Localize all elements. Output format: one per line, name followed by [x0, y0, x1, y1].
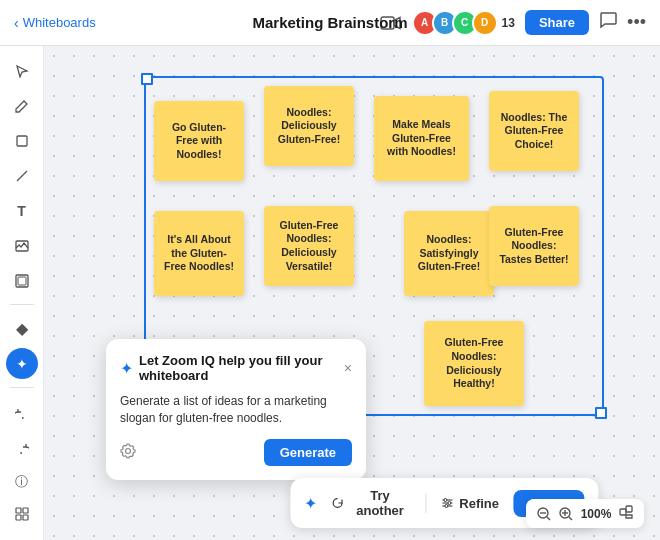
line-tool[interactable] — [6, 161, 38, 192]
ai-panel-body: Generate a list of ideas for a marketing… — [120, 393, 352, 427]
pen-tool[interactable] — [6, 91, 38, 122]
ai-star-icon: ✦ — [120, 359, 133, 378]
back-button[interactable]: ‹ Whiteboards — [14, 15, 96, 31]
sticky-note[interactable]: Go Gluten-Free with Noodles! — [154, 101, 244, 181]
sticky-note[interactable]: It's All About the Gluten-Free Noodles! — [154, 211, 244, 296]
sticky-note[interactable]: Noodles: Satisfyingly Gluten-Free! — [404, 211, 494, 296]
ai-panel-title: Let Zoom IQ help you fill your whiteboar… — [139, 353, 338, 383]
zoom-reset-icon[interactable] — [618, 504, 634, 523]
zoom-level: 100% — [580, 507, 612, 521]
frame-tool[interactable] — [6, 266, 38, 297]
zoom-controls: 100% — [526, 499, 644, 528]
back-label: Whiteboards — [23, 15, 96, 30]
toolbar-divider — [10, 304, 34, 305]
avatar-count: 13 — [502, 16, 515, 30]
svg-rect-1 — [17, 136, 27, 146]
toolbar-divider-2 — [10, 387, 34, 388]
svg-line-2 — [17, 171, 27, 181]
try-another-label: Try another — [349, 488, 412, 518]
square-tool[interactable] — [6, 126, 38, 157]
refine-label: Refine — [459, 496, 499, 511]
zoom-in-button[interactable] — [558, 506, 574, 522]
svg-line-19 — [547, 517, 550, 520]
try-another-button[interactable]: Try another — [325, 486, 417, 520]
cursor-tool[interactable] — [6, 56, 38, 87]
undo-tool[interactable] — [6, 396, 38, 427]
avatar-group: A B C D 13 — [412, 10, 515, 36]
text-tool[interactable]: T — [6, 196, 38, 227]
ai-settings-icon[interactable] — [120, 443, 136, 463]
zoom-out-button[interactable] — [536, 506, 552, 522]
sticky-note[interactable]: Gluten-Free Noodles: Deliciously Healthy… — [424, 321, 524, 406]
svg-line-23 — [569, 517, 572, 520]
diamond-tool[interactable]: ◆ — [6, 313, 38, 344]
generate-button[interactable]: Generate — [264, 439, 352, 466]
sticky-note[interactable]: Noodles: The Gluten-Free Choice! — [489, 91, 579, 171]
more-icon[interactable]: ••• — [627, 12, 646, 33]
redo-tool[interactable] — [6, 431, 38, 462]
svg-rect-9 — [23, 515, 28, 520]
svg-point-16 — [445, 505, 448, 508]
svg-rect-8 — [16, 515, 21, 520]
ai-panel: ✦ Let Zoom IQ help you fill your whitebo… — [106, 339, 366, 480]
svg-rect-24 — [620, 509, 626, 515]
btn-divider — [425, 493, 426, 513]
main-layout: T ◆ ✦ — [0, 46, 660, 540]
image-tool[interactable] — [6, 231, 38, 262]
chat-icon[interactable] — [599, 11, 617, 34]
svg-rect-6 — [16, 508, 21, 513]
left-toolbar: T ◆ ✦ — [0, 46, 44, 540]
ai-panel-header: ✦ Let Zoom IQ help you fill your whitebo… — [120, 353, 352, 383]
topbar-right: A B C D 13 Share ••• — [380, 10, 646, 36]
svg-point-14 — [444, 499, 447, 502]
svg-rect-5 — [18, 277, 26, 285]
sticky-note[interactable]: Make Meals Gluten-Free with Noodles! — [374, 96, 469, 181]
info-tool[interactable]: ⓘ — [6, 466, 38, 498]
svg-point-10 — [126, 448, 131, 453]
sticky-note[interactable]: Gluten-Free Noodles: Deliciously Versati… — [264, 206, 354, 286]
ai-spark-tool[interactable]: ✦ — [6, 348, 38, 379]
svg-point-15 — [448, 502, 451, 505]
bottom-star-icon: ✦ — [304, 494, 317, 513]
svg-rect-25 — [626, 506, 632, 512]
sticky-note[interactable]: Gluten-Free Noodles: Tastes Better! — [489, 206, 579, 286]
share-button[interactable]: Share — [525, 10, 589, 35]
ai-panel-close[interactable]: × — [344, 360, 352, 376]
back-chevron-icon: ‹ — [14, 15, 19, 31]
ai-panel-footer: Generate — [120, 439, 352, 466]
grid-tool[interactable] — [6, 498, 38, 530]
toolbar-bottom: ⓘ — [6, 466, 38, 530]
sticky-note[interactable]: Noodles: Deliciously Gluten-Free! — [264, 86, 354, 166]
svg-rect-7 — [23, 508, 28, 513]
topbar: ‹ Whiteboards Marketing Brainstorm A B C… — [0, 0, 660, 46]
page-title: Marketing Brainstorm — [252, 14, 407, 31]
canvas-area[interactable]: Go Gluten-Free with Noodles!Noodles: Del… — [44, 46, 660, 540]
avatar: D — [472, 10, 498, 36]
refine-button[interactable]: Refine — [434, 494, 505, 513]
